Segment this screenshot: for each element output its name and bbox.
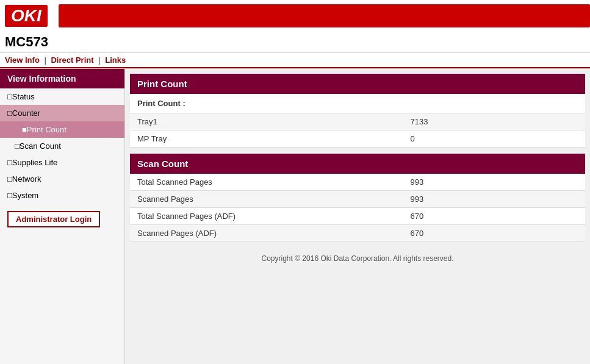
print-count-label-row: Print Count : (130, 94, 585, 113)
sidebar-item-label-counter: Counter (12, 109, 40, 118)
print-count-icon: ■ (22, 125, 27, 134)
total-scanned-adf-label: Total Scanned Pages (ADF) (130, 208, 403, 225)
admin-login-button[interactable]: Administrator Login (7, 211, 100, 227)
main-content: Print Count Print Count : Tray1 7133 MP … (125, 69, 590, 364)
scan-count-title: Scan Count (130, 154, 585, 174)
sidebar-item-label-scan-count: Scan Count (20, 141, 61, 151)
sidebar-item-label-system: System (12, 191, 38, 200)
scanned-pages-label: Scanned Pages (130, 191, 403, 208)
tray1-value: 7133 (403, 113, 585, 130)
device-name: MC573 (5, 34, 48, 49)
print-count-label: Print Count : (130, 94, 585, 113)
table-row: Scanned Pages (ADF) 670 (130, 225, 585, 242)
main-layout: View Information □ Status □ Counter ■ Pr… (0, 69, 590, 364)
mp-tray-label: MP Tray (130, 130, 403, 148)
scan-count-prefix: □ (15, 141, 20, 151)
sidebar-header: View Information (0, 69, 124, 88)
nav-direct-print[interactable]: Direct Print (51, 55, 93, 65)
table-row: Scanned Pages 993 (130, 191, 585, 208)
header-red-bar (59, 4, 590, 27)
mp-tray-value: 0 (403, 130, 585, 148)
sidebar-item-print-count[interactable]: ■ Print Count (0, 121, 124, 138)
scanned-pages-adf-value: 670 (403, 225, 585, 242)
total-scanned-value: 993 (403, 174, 585, 191)
sidebar-item-counter[interactable]: □ Counter (0, 105, 124, 121)
nav-links[interactable]: Links (105, 55, 126, 65)
page-header: OKI MC573 View Info | Direct Print | Lin… (0, 0, 590, 69)
copyright: Copyright © 2016 Oki Data Corporation. A… (130, 248, 585, 269)
sidebar-item-label-supplies: Supplies Life (12, 158, 57, 167)
status-prefix: □ (7, 92, 12, 101)
sidebar-item-status[interactable]: □ Status (0, 88, 124, 105)
sidebar-item-network[interactable]: □ Network (0, 171, 124, 187)
logo-area: OKI (0, 2, 52, 29)
sidebar-item-label-status: Status (12, 92, 35, 101)
nav-sep-2: | (98, 55, 100, 65)
oki-logo: OKI (5, 5, 48, 27)
table-row: MP Tray 0 (130, 130, 585, 148)
network-prefix: □ (7, 174, 12, 184)
supplies-prefix: □ (7, 158, 12, 167)
table-row: Total Scanned Pages 993 (130, 174, 585, 191)
table-row: Total Scanned Pages (ADF) 670 (130, 208, 585, 225)
sidebar-item-scan-count[interactable]: □ Scan Count (0, 138, 124, 154)
admin-login-area: Administrator Login (0, 204, 124, 235)
table-row: Tray1 7133 (130, 113, 585, 130)
header-top: OKI (0, 0, 590, 32)
print-count-table: Print Count Print Count : Tray1 7133 MP … (130, 74, 585, 148)
scan-count-table: Scan Count Total Scanned Pages 993 Scann… (130, 154, 585, 242)
counter-prefix: □ (7, 109, 12, 118)
system-prefix: □ (7, 191, 12, 200)
sidebar-item-system[interactable]: □ System (0, 187, 124, 204)
sidebar: View Information □ Status □ Counter ■ Pr… (0, 69, 125, 364)
tray1-label: Tray1 (130, 113, 403, 130)
logo-text: OKI (11, 6, 41, 25)
scanned-pages-adf-label: Scanned Pages (ADF) (130, 225, 403, 242)
scanned-pages-value: 993 (403, 191, 585, 208)
nav-bar: View Info | Direct Print | Links (0, 53, 590, 68)
nav-view-info[interactable]: View Info (5, 55, 40, 65)
device-title-bar: MC573 (0, 32, 590, 53)
sidebar-item-label-print-count: Print Count (27, 125, 67, 134)
print-count-title: Print Count (130, 74, 585, 94)
nav-sep-1: | (44, 55, 46, 65)
total-scanned-label: Total Scanned Pages (130, 174, 403, 191)
content-wrapper: Print Count Print Count : Tray1 7133 MP … (125, 69, 590, 274)
sidebar-item-label-network: Network (12, 174, 41, 184)
total-scanned-adf-value: 670 (403, 208, 585, 225)
sidebar-item-supplies-life[interactable]: □ Supplies Life (0, 154, 124, 171)
